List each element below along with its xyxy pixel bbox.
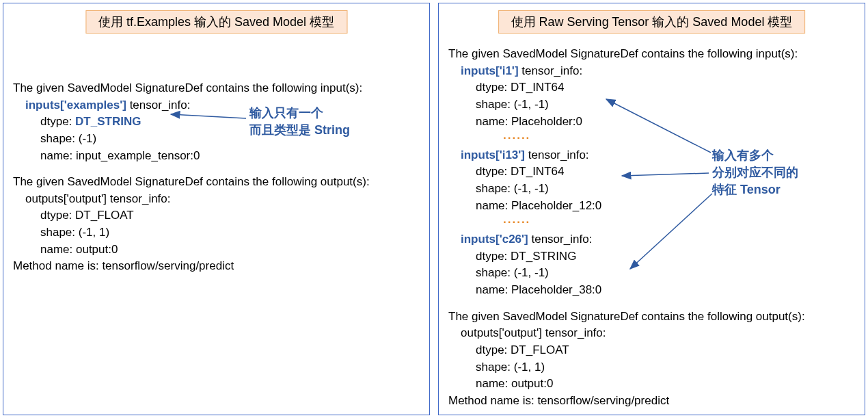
right-c26-shape: shape: (-1, -1)	[448, 265, 855, 282]
tensor-info-label: tensor_info:	[519, 64, 583, 77]
left-outputs-header: The given SavedModel SignatureDef contai…	[13, 174, 420, 191]
left-name: name: input_example_tensor:0	[13, 148, 420, 165]
right-i1-name: name: Placeholder:0	[448, 114, 855, 131]
right-annotation-line2: 分别对应不同的	[712, 164, 798, 181]
left-input-line: inputs['examples'] tensor_info:	[13, 97, 420, 114]
right-c26-name: name: Placeholder_38:0	[448, 282, 855, 299]
tensor-info-label: tensor_info:	[525, 148, 589, 161]
left-method: Method name is: tensorflow/serving/predi…	[13, 258, 420, 275]
right-i1-shape: shape: (-1, -1)	[448, 96, 855, 114]
left-input-key: inputs['examples']	[25, 99, 126, 112]
right-out-name: name: output:0	[448, 376, 855, 393]
left-annotation-line2: 而且类型是 String	[249, 122, 350, 139]
left-annotation-line1: 输入只有一个	[249, 105, 350, 122]
dots-2: ······	[448, 214, 855, 231]
left-title: 使用 tf.Examples 输入的 Saved Model 模型	[85, 10, 347, 34]
right-panel: 使用 Raw Serving Tensor 输入的 Saved Model 模型…	[438, 3, 865, 415]
right-i1-key: inputs['i1']	[461, 64, 519, 77]
right-annotation: 输入有多个 分别对应不同的 特征 Tensor	[712, 147, 798, 199]
tensor-info-label: tensor_info:	[126, 99, 191, 112]
dtype-label: dtype:	[40, 115, 75, 128]
right-c26-dtype: dtype: DT_STRING	[448, 248, 855, 265]
right-method: Method name is: tensorflow/serving/predi…	[448, 393, 855, 410]
left-inputs-header: The given SavedModel SignatureDef contai…	[13, 80, 420, 97]
tensor-info-label: tensor_info:	[528, 233, 593, 246]
left-dtype: dtype: DT_STRING	[13, 114, 420, 131]
left-output-line: outputs['output'] tensor_info:	[13, 191, 420, 208]
right-title: 使用 Raw Serving Tensor 输入的 Saved Model 模型	[498, 10, 806, 34]
left-out-shape: shape: (-1, 1)	[13, 224, 420, 241]
dots-1: ······	[448, 130, 855, 147]
right-i1-dtype: dtype: DT_INT64	[448, 79, 855, 96]
right-outputs-header: The given SavedModel SignatureDef contai…	[448, 309, 855, 326]
left-dtype-val: DT_STRING	[75, 115, 141, 128]
right-i13-key: inputs['i13']	[461, 148, 525, 161]
right-out-shape: shape: (-1, 1)	[448, 359, 855, 376]
right-out-dtype: dtype: DT_FLOAT	[448, 342, 855, 359]
left-out-name: name: output:0	[13, 241, 420, 259]
right-output-line: outputs['output'] tensor_info:	[448, 325, 855, 342]
right-c26-key: inputs['c26']	[461, 233, 528, 246]
right-i1-line: inputs['i1'] tensor_info:	[448, 63, 855, 80]
left-out-dtype: dtype: DT_FLOAT	[13, 207, 420, 224]
right-annotation-line3: 特征 Tensor	[712, 181, 798, 198]
right-content: The given SavedModel SignatureDef contai…	[448, 46, 855, 409]
left-shape: shape: (-1)	[13, 131, 420, 148]
right-inputs-header: The given SavedModel SignatureDef contai…	[448, 46, 855, 63]
right-i13-name: name: Placeholder_12:0	[448, 198, 855, 215]
left-content: The given SavedModel SignatureDef contai…	[13, 80, 420, 275]
left-panel: 使用 tf.Examples 输入的 Saved Model 模型 The gi…	[3, 3, 430, 415]
right-annotation-line1: 输入有多个	[712, 147, 798, 164]
left-annotation: 输入只有一个 而且类型是 String	[249, 105, 350, 139]
right-c26-line: inputs['c26'] tensor_info:	[448, 231, 855, 248]
